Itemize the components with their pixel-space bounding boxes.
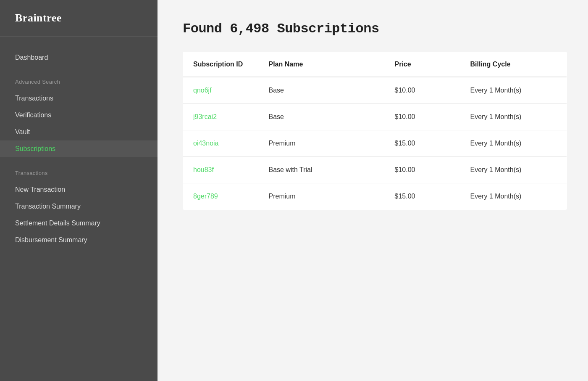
sidebar: Braintree Dashboard Advanced Search Tran… (0, 0, 158, 381)
sidebar-item-disbursement-summary[interactable]: Disbursement Summary (0, 232, 158, 249)
plan-name-cell: Base (259, 77, 385, 104)
page-heading: Found 6,498 Subscriptions (183, 21, 567, 37)
table-row: 8ger789Premium$15.00Every 1 Month(s) (183, 183, 567, 210)
sidebar-logo: Braintree (0, 0, 158, 37)
billing-cycle-cell: Every 1 Month(s) (460, 104, 567, 130)
table-row: j93rcai2Base$10.00Every 1 Month(s) (183, 104, 567, 130)
col-header-plan-name: Plan Name (259, 52, 385, 77)
sidebar-item-dashboard[interactable]: Dashboard (0, 49, 158, 66)
advanced-search-label: Advanced Search (0, 79, 158, 90)
billing-cycle-cell: Every 1 Month(s) (460, 77, 567, 104)
billing-cycle-cell: Every 1 Month(s) (460, 130, 567, 157)
sidebar-item-verifications[interactable]: Verifications (0, 107, 158, 124)
col-header-price: Price (385, 52, 460, 77)
sidebar-item-settlement-details[interactable]: Settlement Details Summary (0, 215, 158, 232)
subscriptions-table: Subscription ID Plan Name Price Billing … (183, 52, 567, 210)
sidebar-item-new-transaction[interactable]: New Transaction (0, 181, 158, 198)
plan-name-cell: Premium (259, 183, 385, 210)
plan-name-cell: Base (259, 104, 385, 130)
sidebar-item-vault[interactable]: Vault (0, 124, 158, 140)
billing-cycle-cell: Every 1 Month(s) (460, 183, 567, 210)
price-cell: $10.00 (385, 157, 460, 183)
col-header-subscription-id: Subscription ID (183, 52, 259, 77)
subscription-id-cell[interactable]: oi43noia (183, 130, 259, 157)
price-cell: $10.00 (385, 77, 460, 104)
table-row: oi43noiaPremium$15.00Every 1 Month(s) (183, 130, 567, 157)
price-cell: $10.00 (385, 104, 460, 130)
col-header-billing-cycle: Billing Cycle (460, 52, 567, 77)
sidebar-item-transactions[interactable]: Transactions (0, 90, 158, 107)
price-cell: $15.00 (385, 183, 460, 210)
plan-name-cell: Base with Trial (259, 157, 385, 183)
table-header-row: Subscription ID Plan Name Price Billing … (183, 52, 567, 77)
sidebar-item-transaction-summary[interactable]: Transaction Summary (0, 198, 158, 215)
table-row: hou83fBase with Trial$10.00Every 1 Month… (183, 157, 567, 183)
table-row: qno6jfBase$10.00Every 1 Month(s) (183, 77, 567, 104)
sidebar-item-subscriptions[interactable]: Subscriptions (0, 140, 158, 157)
subscription-id-cell[interactable]: hou83f (183, 157, 259, 183)
subscription-id-cell[interactable]: j93rcai2 (183, 104, 259, 130)
main-content: Found 6,498 Subscriptions Subscription I… (158, 0, 588, 381)
transactions-section-label: Transactions (0, 170, 158, 181)
price-cell: $15.00 (385, 130, 460, 157)
sidebar-nav: Dashboard Advanced Search Transactions V… (0, 37, 158, 381)
subscription-id-cell[interactable]: qno6jf (183, 77, 259, 104)
plan-name-cell: Premium (259, 130, 385, 157)
billing-cycle-cell: Every 1 Month(s) (460, 157, 567, 183)
brand-name: Braintree (15, 12, 62, 24)
subscription-id-cell[interactable]: 8ger789 (183, 183, 259, 210)
